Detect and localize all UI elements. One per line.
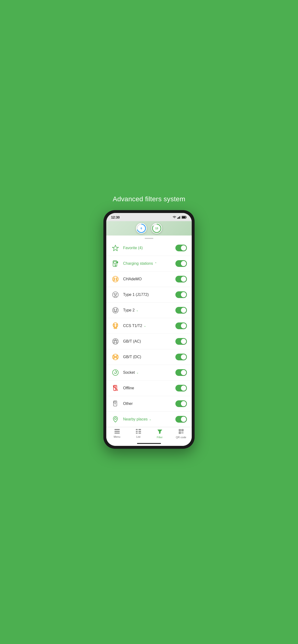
- toggle-offline[interactable]: [175, 385, 187, 392]
- socket-label: Socket ⌄: [123, 370, 172, 375]
- filter-list: Favorite (4) Ch: [106, 240, 192, 427]
- svg-point-45: [115, 356, 116, 358]
- svg-rect-58: [114, 433, 120, 434]
- toggle-ccs[interactable]: [175, 322, 187, 329]
- svg-point-24: [114, 310, 115, 312]
- type2-chevron: ⌄: [136, 308, 138, 312]
- charging-stations-label: Charging stations ⌃: [123, 262, 172, 266]
- svg-point-44: [116, 358, 117, 359]
- page-title: Advanced filters system: [113, 195, 186, 203]
- nav-item-menu[interactable]: Menu: [106, 429, 128, 439]
- svg-rect-62: [138, 429, 141, 430]
- type1-icon: [111, 290, 120, 299]
- toggle-chademo[interactable]: [175, 276, 187, 282]
- home-indicator: [106, 442, 192, 446]
- filter-item-nearby[interactable]: Nearby places ⌄: [106, 412, 192, 427]
- gbt-dc-label: GB/T (DC): [123, 355, 172, 359]
- charging-stations-chevron: ⌃: [155, 262, 157, 265]
- svg-rect-64: [138, 433, 141, 434]
- battery-icon: [182, 216, 187, 219]
- svg-point-22: [114, 309, 115, 310]
- svg-point-29: [116, 324, 117, 325]
- toggle-gbt-ac[interactable]: [175, 338, 187, 345]
- nearby-label: Nearby places ⌄: [123, 417, 172, 422]
- outer-wrapper: Advanced filters system 12:30: [99, 195, 199, 449]
- svg-point-37: [114, 342, 115, 343]
- gbt-ac-icon: [111, 337, 120, 346]
- nav-item-filter[interactable]: Filter: [149, 429, 170, 439]
- other-icon: [111, 400, 120, 408]
- socket-chevron: ⌄: [136, 371, 139, 374]
- svg-marker-65: [158, 430, 162, 434]
- svg-point-28: [114, 324, 115, 325]
- favorite-icon: [111, 244, 120, 252]
- svg-point-31: [116, 326, 117, 327]
- toggle-other[interactable]: [175, 400, 187, 407]
- filter-item-chademo[interactable]: CHAdeMO: [106, 272, 192, 287]
- svg-point-14: [116, 280, 117, 281]
- filter-item-other[interactable]: Other: [106, 396, 192, 412]
- filter-item-offline[interactable]: Offline: [106, 380, 192, 396]
- svg-rect-63: [138, 431, 141, 432]
- svg-rect-52: [114, 402, 116, 403]
- filter-item-charging-stations[interactable]: Charging stations ⌃: [106, 256, 192, 272]
- svg-point-23: [116, 309, 117, 310]
- filter-item-gbt-dc[interactable]: GB/T (DC): [106, 349, 192, 365]
- map-preview: 6 13: [106, 221, 192, 236]
- filter-item-ccs[interactable]: CCS T1/T2 ⌄: [106, 318, 192, 334]
- list-icon: [136, 429, 141, 434]
- svg-rect-59: [136, 429, 138, 430]
- toggle-favorite[interactable]: [175, 244, 187, 251]
- toggle-gbt-dc[interactable]: [175, 354, 187, 360]
- svg-rect-71: [180, 432, 180, 433]
- toggle-socket[interactable]: [175, 369, 187, 376]
- filter-item-favorite[interactable]: Favorite (4): [106, 240, 192, 256]
- svg-marker-6: [112, 245, 118, 251]
- drawer-handle[interactable]: [106, 236, 192, 240]
- svg-rect-0: [177, 218, 178, 219]
- svg-rect-1: [178, 217, 179, 219]
- bottom-nav: Menu List: [106, 427, 192, 442]
- svg-point-38: [116, 342, 117, 343]
- svg-rect-2: [179, 216, 180, 219]
- ccs-label: CCS T1/T2 ⌄: [123, 324, 172, 328]
- toggle-charging-stations[interactable]: [175, 260, 187, 267]
- status-time: 12:30: [111, 216, 120, 219]
- filter-item-type2[interactable]: Type 2 ⌄: [106, 302, 192, 318]
- svg-point-16: [114, 294, 115, 294]
- svg-point-39: [115, 340, 116, 340]
- svg-rect-60: [136, 431, 138, 432]
- charging-stations-icon: [111, 259, 120, 268]
- ccs-chevron: ⌄: [144, 324, 146, 328]
- toggle-type1[interactable]: [175, 291, 187, 298]
- nav-item-list[interactable]: List: [128, 429, 149, 439]
- signal-icon: [177, 216, 181, 219]
- svg-point-26: [115, 311, 116, 312]
- svg-rect-8: [114, 262, 116, 263]
- map-marker-green: 13: [152, 223, 162, 234]
- toggle-type2[interactable]: [175, 307, 187, 314]
- svg-rect-32: [114, 328, 115, 329]
- svg-rect-56: [114, 429, 120, 430]
- favorite-label: Favorite (4): [123, 246, 172, 250]
- qrcode-icon: [179, 429, 184, 435]
- qrcode-nav-label: QR code: [176, 436, 186, 439]
- svg-rect-5: [182, 216, 186, 218]
- phone-screen: 12:30: [106, 213, 192, 446]
- svg-point-55: [114, 418, 116, 420]
- svg-rect-72: [182, 432, 182, 433]
- gbt-dc-icon: [111, 353, 120, 361]
- svg-point-11: [114, 278, 115, 279]
- filter-item-gbt-ac[interactable]: GB/T (AC): [106, 334, 192, 349]
- filter-nav-label: Filter: [157, 436, 163, 439]
- home-bar: [137, 443, 161, 444]
- toggle-nearby[interactable]: [175, 416, 187, 422]
- filter-item-type1[interactable]: Type 1 (J1772): [106, 287, 192, 302]
- nav-item-qrcode[interactable]: QR code: [170, 429, 192, 439]
- filter-item-socket[interactable]: Socket ⌄: [106, 365, 192, 380]
- filter-icon: [158, 429, 162, 435]
- svg-point-43: [113, 358, 115, 359]
- svg-point-13: [114, 280, 115, 281]
- svg-rect-69: [182, 430, 183, 430]
- svg-rect-57: [114, 431, 120, 432]
